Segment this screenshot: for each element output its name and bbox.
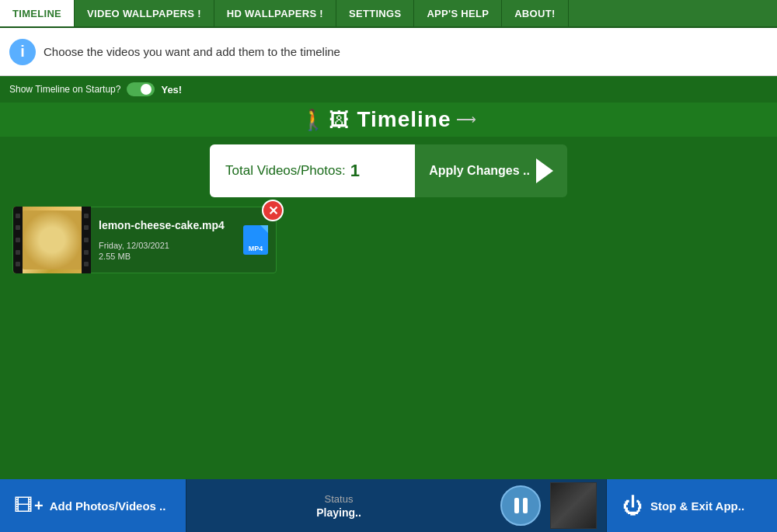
video-size: 2.55 MB	[99, 252, 231, 261]
film-hole	[16, 262, 20, 266]
status-label: Status	[325, 493, 354, 505]
film-hole	[84, 225, 89, 230]
film-hole	[84, 238, 89, 242]
film-hole	[16, 238, 20, 242]
add-icon-box: 🎞 +	[14, 495, 44, 516]
person-icon: 🚶	[301, 108, 326, 132]
remove-video-button[interactable]: ✕	[262, 200, 284, 221]
pause-icon	[514, 498, 528, 513]
pause-bar-right	[523, 498, 528, 513]
apply-changes-label: Apply Changes ..	[429, 164, 530, 178]
film-preview-inner	[551, 483, 596, 528]
film-strip-edge-left	[13, 207, 23, 273]
tab-video-wallpapers[interactable]: VIDEO WALLPAPERS !	[75, 0, 214, 26]
film-hole	[16, 250, 20, 255]
film-icon: 🎞	[14, 495, 33, 516]
pause-button[interactable]	[500, 485, 541, 526]
stop-exit-button[interactable]: ⏻ Stop & Exit App..	[606, 479, 777, 532]
film-hole	[84, 214, 89, 218]
total-apply-row: Total Videos/Photos: 1 Apply Changes ..	[210, 144, 567, 197]
info-bar-text: Choose the videos you want and add them …	[44, 45, 340, 58]
video-item-card: lemon-cheese-cake.mp4 Friday, 12/03/2021…	[12, 207, 277, 273]
video-meta: Friday, 12/03/2021 2.55 MB	[99, 241, 231, 261]
tab-app-help[interactable]: APP's HELP	[414, 0, 502, 26]
info-icon: i	[9, 39, 36, 65]
exit-icon: ⏻	[622, 494, 643, 518]
bottom-bar: 🎞 + Add Photos/Videos .. Status Playing.…	[0, 479, 777, 532]
video-info: lemon-cheese-cake.mp4 Friday, 12/03/2021…	[91, 213, 239, 267]
video-filename: lemon-cheese-cake.mp4	[99, 219, 231, 231]
photo-icon: 🖼	[329, 108, 349, 132]
apply-arrow-icon	[536, 158, 553, 183]
tab-about[interactable]: ABOUT!	[502, 0, 568, 26]
add-photos-button[interactable]: 🎞 + Add Photos/Videos ..	[0, 479, 186, 532]
main-content: Total Videos/Photos: 1 Apply Changes ..	[0, 137, 777, 447]
video-date: Friday, 12/03/2021	[99, 241, 231, 250]
film-hole	[84, 250, 89, 255]
total-videos-label: Total Videos/Photos:	[225, 163, 346, 179]
timeline-title: Timeline	[357, 107, 451, 132]
video-thumbnail	[13, 207, 91, 273]
tab-timeline[interactable]: TIMELINE	[0, 0, 75, 26]
status-value: Playing..	[316, 506, 361, 519]
film-preview	[550, 482, 597, 529]
total-videos-count: 1	[350, 161, 360, 181]
cake-visual	[23, 210, 82, 269]
info-bar: i Choose the videos you want and add the…	[0, 28, 777, 76]
stop-exit-label: Stop & Exit App..	[650, 499, 744, 513]
film-hole	[16, 214, 20, 218]
toggle-label: Show Timeline on Startup?	[9, 84, 120, 95]
toggle-yes-label: Yes!	[161, 84, 182, 96]
toggle-knob	[141, 84, 152, 95]
film-hole	[84, 262, 89, 266]
add-plus-icon: +	[34, 497, 44, 515]
thumbnail-film-strip	[13, 207, 91, 273]
film-hole	[16, 225, 20, 230]
add-photos-label: Add Photos/Videos ..	[50, 499, 166, 513]
tab-settings[interactable]: SETTINGS	[336, 0, 414, 26]
timeline-arrow-icon: ⟶	[456, 111, 476, 128]
apply-changes-button[interactable]: Apply Changes ..	[415, 144, 567, 197]
total-videos-box: Total Videos/Photos: 1	[210, 144, 415, 197]
timeline-header-area: 🚶 🖼 Timeline ⟶	[0, 103, 777, 137]
pause-bar-left	[514, 498, 519, 513]
toggle-bar: Show Timeline on Startup? Yes!	[0, 76, 777, 103]
tab-hd-wallpapers[interactable]: HD WALLPAPERS !	[214, 0, 336, 26]
startup-toggle[interactable]	[127, 82, 155, 96]
status-area: Status Playing..	[186, 493, 491, 519]
mp4-icon: MP4	[243, 225, 268, 255]
film-strip-edge-right	[82, 207, 91, 273]
top-navigation: TIMELINE VIDEO WALLPAPERS ! HD WALLPAPER…	[0, 0, 777, 28]
